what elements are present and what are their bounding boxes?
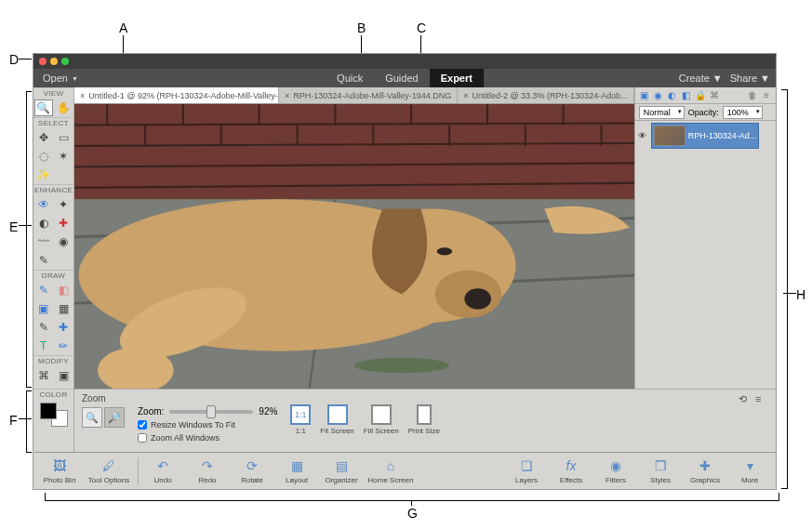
taskbar-redo[interactable]: ↷Redo xyxy=(185,457,230,484)
magic-wand-tool[interactable]: ✨ xyxy=(33,165,54,184)
effects-icon: fx xyxy=(563,457,579,474)
preset-fill-screen[interactable]: Fill Screen xyxy=(364,404,399,435)
mask-icon[interactable]: ◐ xyxy=(667,90,678,101)
color-picker-tool[interactable]: ✎ xyxy=(33,318,54,337)
toolbox-section-select: SELECT xyxy=(33,117,73,128)
zoom-out-button[interactable]: 🔎 xyxy=(104,407,125,428)
taskbar-styles[interactable]: ❐Styles xyxy=(638,457,683,484)
taskbar-graphics[interactable]: ✚Graphics xyxy=(683,457,727,484)
foreground-color-swatch[interactable] xyxy=(40,403,57,419)
spot-heal-tool[interactable]: ◐ xyxy=(33,214,54,232)
preset-print-size[interactable]: Print Size xyxy=(408,404,440,435)
lasso-tool[interactable]: ◌ xyxy=(33,147,54,165)
create-menu[interactable]: Create ▼ xyxy=(679,73,723,84)
styles-icon: ❐ xyxy=(652,457,669,474)
visibility-icon[interactable]: 👁 xyxy=(637,131,648,140)
clone-tool[interactable]: ✚ xyxy=(54,214,74,232)
shape-tool[interactable]: ✚ xyxy=(54,318,74,337)
trash-icon[interactable]: 🗑 xyxy=(747,90,758,101)
document-tab[interactable]: ×Untitled-2 @ 33.3% (RPH-130324-Adob... xyxy=(458,87,634,103)
opacity-select[interactable]: 100% xyxy=(723,106,763,119)
blur-tool[interactable]: 〰 xyxy=(33,232,54,251)
taskbar-effects[interactable]: fxEffects xyxy=(549,457,593,484)
callout-e: E xyxy=(9,219,18,234)
checkbox-label: Zoom All Windows xyxy=(151,433,220,443)
taskbar-label: Graphics xyxy=(690,476,720,484)
taskbar-more[interactable]: ▾More xyxy=(727,457,772,484)
zoom-slider-label: Zoom: xyxy=(138,406,164,417)
eraser-tool[interactable]: ◧ xyxy=(54,281,74,299)
quick-select-tool[interactable]: ✶ xyxy=(54,147,74,165)
crop-tool[interactable]: ⌘ xyxy=(33,366,54,385)
reset-icon[interactable]: ⟲ xyxy=(739,393,752,406)
options-menu-icon[interactable]: ≡ xyxy=(755,393,768,406)
eye-tool[interactable]: 👁 xyxy=(33,195,54,214)
gradient-tool[interactable]: ▦ xyxy=(54,299,74,318)
zoom-slider[interactable] xyxy=(169,410,253,414)
taskbar-label: Redo xyxy=(198,476,216,484)
tab-expert[interactable]: Expert xyxy=(430,69,484,87)
slider-thumb[interactable] xyxy=(206,405,216,418)
tab-label: Untitled-2 @ 33.3% (RPH-130324-Adob... xyxy=(472,91,627,100)
marquee-tool[interactable]: ▭ xyxy=(54,128,74,147)
zoom-window-icon[interactable] xyxy=(61,58,69,65)
tool-name: Zoom xyxy=(82,393,125,403)
zoom-all-checkbox[interactable]: Zoom All Windows xyxy=(138,433,277,443)
taskbar-home[interactable]: ⌂Home Screen xyxy=(364,457,418,484)
globe-icon[interactable]: ◉ xyxy=(653,90,664,101)
taskbar-rotate[interactable]: ⟳Rotate xyxy=(230,457,274,484)
resize-windows-checkbox[interactable]: Resize Windows To Fit xyxy=(138,420,277,430)
zoom-tool[interactable]: 🔍 xyxy=(34,99,53,116)
canvas[interactable] xyxy=(74,104,634,408)
adjustment-icon[interactable]: ◧ xyxy=(681,90,692,101)
close-tab-icon[interactable]: × xyxy=(463,91,468,100)
smart-brush-tool[interactable]: ✎ xyxy=(33,251,54,270)
zoom-in-button[interactable]: 🔍 xyxy=(82,407,102,428)
preset-icon: 1:1 xyxy=(290,404,311,425)
titlebar xyxy=(33,54,776,69)
taskbar-organizer[interactable]: ▤Organizer xyxy=(319,457,364,484)
brush-tool[interactable]: ✎ xyxy=(33,281,54,299)
tab-quick[interactable]: Quick xyxy=(326,69,374,87)
share-label: Share xyxy=(730,73,757,84)
close-tab-icon[interactable]: × xyxy=(285,91,289,100)
text-tool[interactable]: T xyxy=(33,337,54,355)
tool-options-bar: Zoom 🔍 🔎 Zoom: 92% Resize Windows To Fit… xyxy=(74,389,776,454)
fill-tool[interactable]: ▣ xyxy=(33,299,54,318)
layer-row[interactable]: RPH-130324-Ad... xyxy=(651,123,760,149)
create-label: Create xyxy=(679,73,710,84)
tab-guided[interactable]: Guided xyxy=(374,69,429,87)
document-tab[interactable]: ×Untitled-1 @ 92% (RPH-130324-Adobe-Mill… xyxy=(74,87,279,103)
panel-menu-icon[interactable]: ≡ xyxy=(761,90,772,101)
pencil-tool[interactable]: ✏ xyxy=(54,337,74,355)
taskbar-undo[interactable]: ↶Undo xyxy=(140,457,185,484)
svg-point-27 xyxy=(354,358,449,373)
panel-toolbar: ▣ ◉ ◐ ◧ 🔒 ⌘ 🗑 ≡ xyxy=(635,87,776,104)
taskbar-tool-options[interactable]: 🖊Tool Options xyxy=(82,457,136,484)
sponge-tool[interactable]: ◉ xyxy=(54,232,74,251)
taskbar-photo-bin[interactable]: 🖼Photo Bin xyxy=(37,457,82,484)
hand-tool[interactable]: ✋ xyxy=(54,99,73,117)
close-tab-icon[interactable]: × xyxy=(80,91,85,100)
blend-mode-select[interactable]: Normal xyxy=(639,106,685,119)
preset-fit-screen[interactable]: Fit Screen xyxy=(320,404,353,435)
taskbar-layers[interactable]: ❏Layers xyxy=(504,457,549,484)
share-menu[interactable]: Share ▼ xyxy=(730,73,770,84)
preset-1to1[interactable]: 1:11:1 xyxy=(290,404,311,435)
new-layer-icon[interactable]: ▣ xyxy=(639,90,650,101)
menubar: Open ▼ Quick Guided Expert Create ▼ Shar… xyxy=(33,69,776,87)
open-menu[interactable]: Open ▼ xyxy=(33,69,87,87)
minimize-window-icon[interactable] xyxy=(50,58,58,65)
color-swatches[interactable] xyxy=(40,403,68,427)
zoom-value: 92% xyxy=(259,406,277,417)
close-window-icon[interactable] xyxy=(39,58,47,65)
taskbar-layout[interactable]: ▦Layout xyxy=(274,457,319,484)
recompose-tool[interactable]: ▣ xyxy=(54,366,74,385)
move-tool[interactable]: ✥ xyxy=(33,128,54,147)
link-icon[interactable]: ⌘ xyxy=(709,90,720,101)
lock-icon[interactable]: 🔒 xyxy=(695,90,706,101)
whiten-tool[interactable]: ✦ xyxy=(54,195,74,214)
callout-d: D xyxy=(9,52,19,67)
document-tab[interactable]: ×RPH-130324-Adobe-Mill-Valley-1944.DNG xyxy=(279,87,458,103)
taskbar-filters[interactable]: ◉Filters xyxy=(593,457,638,484)
